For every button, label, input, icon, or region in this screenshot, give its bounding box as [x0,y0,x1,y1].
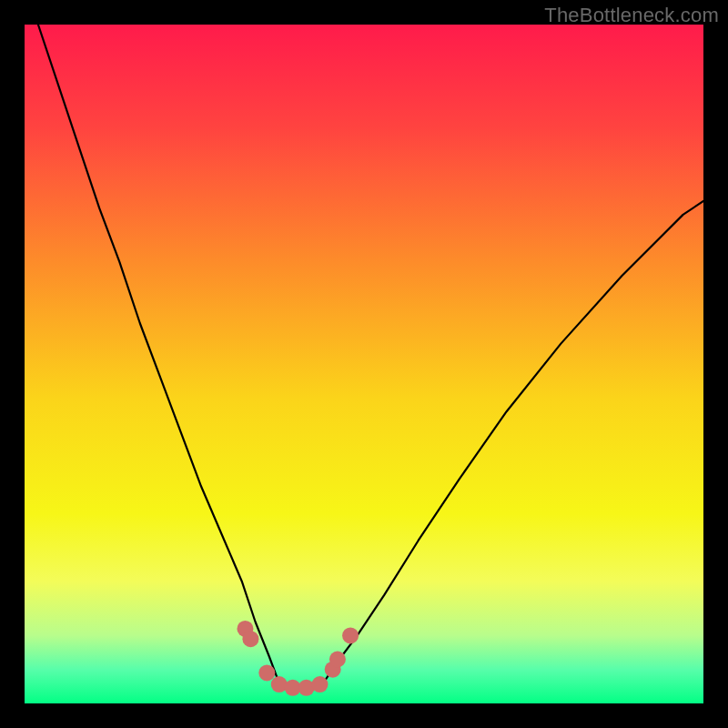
chart-frame: TheBottleneck.com [0,0,728,728]
highlight-dot [342,627,359,643]
highlight-dot [329,652,346,668]
highlight-dot [258,664,275,681]
highlight-dot [242,631,258,647]
highlight-dot [312,676,329,693]
gradient-background [25,25,703,703]
chart-svg [25,25,703,703]
plot-area [25,25,703,703]
